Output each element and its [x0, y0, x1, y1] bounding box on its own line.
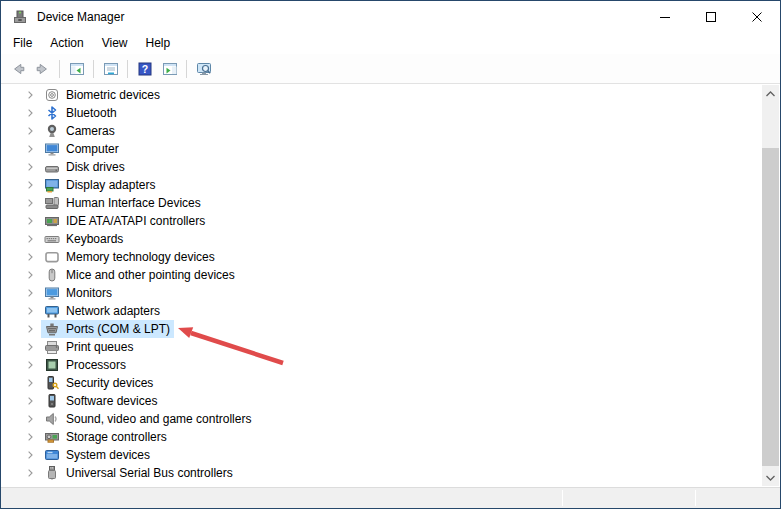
tree-item-ports-com-lpt[interactable]: Ports (COM & LPT) — [2, 320, 762, 338]
tree-item-bluetooth[interactable]: Bluetooth — [2, 104, 762, 122]
disk-drive-icon — [44, 159, 60, 175]
expand-chevron-icon[interactable] — [23, 268, 38, 283]
tree-item-memory-technology-devices[interactable]: Memory technology devices — [2, 248, 762, 266]
expand-chevron-icon[interactable] — [23, 232, 38, 247]
scan-hardware-icon — [196, 61, 212, 77]
tree-item-mice-and-other-pointing-devices[interactable]: Mice and other pointing devices — [2, 266, 762, 284]
scrollbar-thumb[interactable] — [762, 148, 779, 466]
show-hide-action-pane-button[interactable] — [157, 57, 182, 81]
processor-icon — [44, 357, 60, 373]
expand-chevron-icon[interactable] — [23, 178, 38, 193]
tree-item-universal-serial-bus-controllers[interactable]: Universal Serial Bus controllers — [2, 464, 762, 482]
close-button[interactable] — [734, 1, 780, 32]
expand-chevron-icon[interactable] — [23, 160, 38, 175]
expand-chevron-icon[interactable] — [23, 376, 38, 391]
show-hide-console-tree-button[interactable] — [64, 57, 89, 81]
tree-item-human-interface-devices[interactable]: Human Interface Devices — [2, 194, 762, 212]
scrollbar-up-button[interactable] — [762, 85, 779, 102]
expand-chevron-icon[interactable] — [23, 124, 38, 139]
maximize-button[interactable] — [688, 1, 734, 32]
expand-chevron-icon[interactable] — [23, 214, 38, 229]
scroll-up-icon — [766, 91, 775, 97]
forward-arrow-icon — [35, 61, 51, 77]
tree-item-label: Security devices — [66, 374, 153, 392]
expand-chevron-icon[interactable] — [23, 430, 38, 445]
back-button[interactable] — [5, 57, 30, 81]
expand-chevron-icon[interactable] — [23, 304, 38, 319]
tree-item-sound-video-and-game-controllers[interactable]: Sound, video and game controllers — [2, 410, 762, 428]
window-controls — [642, 1, 780, 32]
keyboard-icon — [44, 231, 60, 247]
menu-bar: FileActionViewHelp — [1, 32, 780, 54]
tree-item-print-queues[interactable]: Print queues — [2, 338, 762, 356]
status-bar-divider — [695, 490, 696, 506]
tree-item-network-adapters[interactable]: Network adapters — [2, 302, 762, 320]
vertical-scrollbar[interactable] — [762, 85, 779, 486]
menu-item-help[interactable]: Help — [137, 32, 180, 54]
expand-chevron-icon[interactable] — [23, 142, 38, 157]
expand-chevron-icon[interactable] — [23, 106, 38, 121]
tree-item-storage-controllers[interactable]: Storage controllers — [2, 428, 762, 446]
tree-item-display-adapters[interactable]: Display adapters — [2, 176, 762, 194]
device-manager-app-icon — [12, 9, 28, 25]
tree-item-software-devices[interactable]: Software devices — [2, 392, 762, 410]
minimize-button[interactable] — [642, 1, 688, 32]
menu-item-file[interactable]: File — [4, 32, 41, 54]
console-tree-icon — [69, 61, 85, 77]
speaker-icon — [44, 411, 60, 427]
expand-chevron-icon[interactable] — [23, 358, 38, 373]
expand-chevron-icon[interactable] — [23, 412, 38, 427]
tree-item-label: Print queues — [66, 338, 133, 356]
tree-item-label: Storage controllers — [66, 428, 167, 446]
tree-item-processors[interactable]: Processors — [2, 356, 762, 374]
window-title: Device Manager — [37, 10, 124, 24]
tree-item-label: Keyboards — [66, 230, 123, 248]
tree-item-label: IDE ATA/ATAPI controllers — [66, 212, 205, 230]
scrollbar-down-button[interactable] — [762, 469, 779, 486]
tree-item-cameras[interactable]: Cameras — [2, 122, 762, 140]
expand-chevron-icon[interactable] — [23, 448, 38, 463]
expand-chevron-icon[interactable] — [23, 394, 38, 409]
forward-button[interactable] — [30, 57, 55, 81]
memory-device-icon — [44, 249, 60, 265]
tree-item-label: Universal Serial Bus controllers — [66, 464, 233, 482]
scan-hardware-changes-button[interactable] — [191, 57, 216, 81]
tree-item-system-devices[interactable]: System devices — [2, 446, 762, 464]
system-device-icon — [44, 447, 60, 463]
tree-item-computer[interactable]: Computer — [2, 140, 762, 158]
toolbar-divider — [127, 60, 128, 78]
scroll-down-icon — [766, 475, 775, 481]
toolbar-divider — [59, 60, 60, 78]
tree-item-ide-ata-atapi-controllers[interactable]: IDE ATA/ATAPI controllers — [2, 212, 762, 230]
tree-item-label: Memory technology devices — [66, 248, 215, 266]
tree-item-keyboards[interactable]: Keyboards — [2, 230, 762, 248]
serial-port-icon — [44, 321, 60, 337]
properties-icon — [103, 61, 119, 77]
tree-item-biometric-devices[interactable]: Biometric devices — [2, 86, 762, 104]
tree-item-label: Software devices — [66, 392, 157, 410]
tree-item-security-devices[interactable]: Security devices — [2, 374, 762, 392]
ide-controller-icon — [44, 213, 60, 229]
tree-item-label: Cameras — [66, 122, 115, 140]
properties-button[interactable] — [98, 57, 123, 81]
storage-controller-icon — [44, 429, 60, 445]
expand-chevron-icon[interactable] — [23, 340, 38, 355]
expand-chevron-icon[interactable] — [23, 196, 38, 211]
menu-item-view[interactable]: View — [93, 32, 137, 54]
maximize-icon — [706, 12, 716, 22]
expand-chevron-icon[interactable] — [23, 286, 38, 301]
help-button[interactable]: ? — [132, 57, 157, 81]
expand-chevron-icon[interactable] — [23, 466, 38, 481]
tree-item-monitors[interactable]: Monitors — [2, 284, 762, 302]
menu-item-action[interactable]: Action — [41, 32, 92, 54]
display-adapter-icon — [44, 177, 60, 193]
minimize-icon — [660, 12, 670, 22]
expand-chevron-icon[interactable] — [23, 88, 38, 103]
tree-item-label: Computer — [66, 140, 119, 158]
device-manager-window: Device Manager FileActionViewHelp ? Biom… — [0, 0, 781, 509]
expand-chevron-icon[interactable] — [23, 250, 38, 265]
toolbar-divider — [186, 60, 187, 78]
bluetooth-icon — [44, 105, 60, 121]
tree-item-disk-drives[interactable]: Disk drives — [2, 158, 762, 176]
expand-chevron-icon[interactable] — [23, 322, 38, 337]
